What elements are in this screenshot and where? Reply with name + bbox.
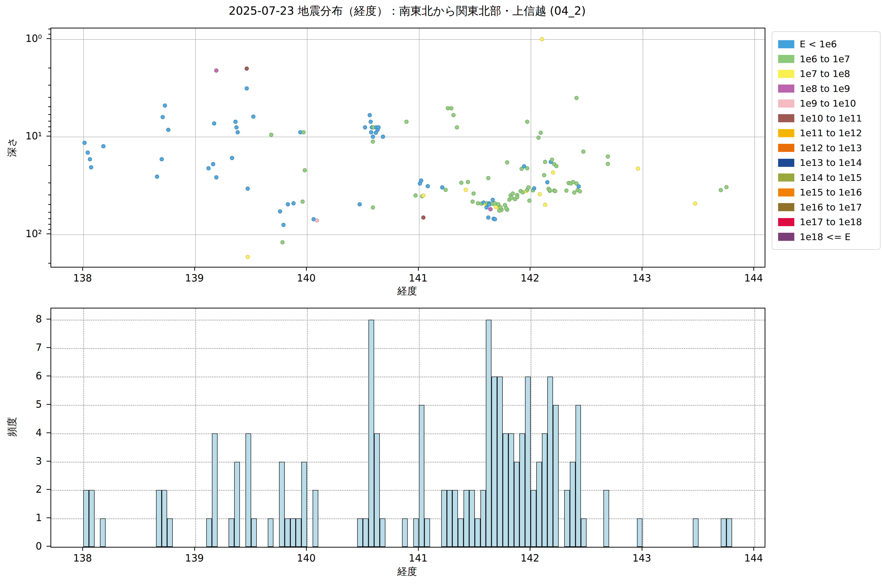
ytick [46,432,51,433]
scatter-point [155,174,159,178]
histogram-bar [553,405,559,547]
scatter-point [550,158,554,162]
scatter-point [211,162,215,166]
hist-gridline-x-143 [643,309,644,547]
histogram-bar [162,490,167,547]
scatter-point [368,113,372,117]
xtick-label: 144 [744,552,763,564]
xtick-label: 139 [185,273,204,284]
scatter-point [369,120,373,124]
histogram-bar [83,490,89,547]
gridline-y-1e2 [51,234,765,235]
legend-row: E < 1e6 [778,37,880,52]
earthquake-distribution-figure: 2025-07-23 地震分布（経度）：南東北から関東北部・上信越 (04_2)… [0,0,882,588]
ytick [46,234,51,234]
xtick [753,267,754,271]
scatter-point [303,168,307,172]
scatter-point [486,215,490,219]
ytick-minor [48,229,51,230]
scatter-point [515,195,519,199]
scatter-point [636,166,640,171]
legend-swatch-icon [778,40,794,48]
scatter-point [214,69,219,73]
legend-row: 1e16 to 1e17 [778,200,880,215]
ytick-label: 5 [31,399,42,410]
scatter-point [564,189,568,193]
scatter-point [371,206,375,210]
legend-row: 1e6 to 1e7 [778,52,880,67]
xtick-label: 141 [409,552,427,564]
scatter-point [300,200,304,204]
histogram-ylabel: 頻度 [5,417,19,436]
ytick [46,404,51,405]
histogram-bar [726,518,732,547]
scatter-point [528,198,532,202]
energy-legend: E < 1e61e6 to 1e71e7 to 1e81e8 to 1e91e9… [772,32,880,250]
scatter-point [89,165,93,169]
scatter-point [578,189,582,194]
scatter-point [536,135,540,140]
scatter-point [278,209,282,213]
scatter-point [470,200,475,204]
xtick [753,547,754,551]
legend-swatch-icon [778,129,794,137]
scatter-plot-area [51,28,765,267]
histogram-plot-area [51,308,765,548]
ytick-minor [48,165,51,166]
scatter-point [236,130,240,135]
histogram-bar [156,490,162,547]
scatter-point [543,203,548,207]
scatter-point [459,181,463,185]
scatter-point [291,201,296,206]
scatter-point [497,208,501,213]
histogram-bar [536,462,542,547]
xtick [642,267,642,271]
xtick [82,267,83,271]
scatter-point [101,144,106,148]
scatter-point [246,255,250,259]
ytick-minor [48,263,51,264]
hist-gridline-x-144 [754,309,755,547]
ytick-minor [48,121,51,122]
hist-gridline-x-139 [195,309,196,547]
legend-swatch-icon [778,233,794,241]
scatter-point [504,206,508,210]
gridline-x-139 [195,28,196,267]
histogram-bar [637,518,643,547]
legend-swatch-icon [778,174,794,182]
scatter-point [280,240,285,244]
histogram-bar [380,518,386,547]
histogram-bar [413,518,419,547]
histogram-bar [693,518,699,547]
legend-row: 1e12 to 1e13 [778,141,880,156]
scatter-point [526,186,530,190]
legend-swatch-icon [778,84,794,93]
scatter-point [464,188,468,192]
xtick-label: 142 [520,273,539,284]
scatter-point [452,113,456,117]
histogram-bar [503,434,508,547]
scatter-point [505,160,509,165]
histogram-bar [374,434,380,547]
scatter-point [244,66,249,70]
scatter-point [421,194,425,198]
xtick-label: 143 [632,273,651,284]
hist-gridline-y-8 [51,320,765,321]
histogram-bar [268,518,273,547]
ytick-label: 1 [31,512,42,524]
scatter-point [472,191,476,195]
ytick-minor [48,131,51,132]
histogram-bar [234,462,240,547]
legend-row: 1e18 <= E [778,230,880,244]
ytick [46,461,51,462]
xtick [306,547,307,551]
xtick-label: 139 [185,552,204,564]
ytick [46,347,51,348]
histogram-bar [285,518,290,547]
scatter-point [214,175,219,179]
scatter-point [421,215,425,219]
histogram-xlabel: 経度 [398,565,417,578]
legend-swatch-icon [778,144,794,152]
histogram-bar [369,320,374,547]
ytick-minor [48,204,51,205]
